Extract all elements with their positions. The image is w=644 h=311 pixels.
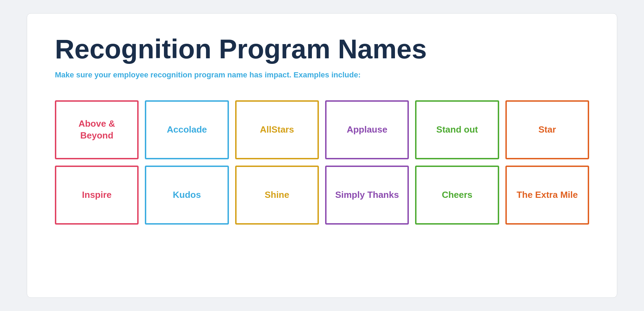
program-card-11: The Extra Mile [505, 166, 589, 225]
program-card-label-6: Inspire [82, 189, 112, 201]
program-card-label-5: Star [538, 124, 556, 136]
program-card-2: AllStars [235, 100, 319, 159]
program-card-6: Inspire [55, 166, 139, 225]
program-card-0: Above & Beyond [55, 100, 139, 159]
cards-grid: Above & BeyondAccoladeAllStarsApplauseSt… [55, 100, 589, 225]
program-card-label-0: Above & Beyond [61, 118, 132, 142]
program-card-label-8: Shine [265, 189, 289, 201]
main-card: Recognition Program Names Make sure your… [27, 13, 617, 298]
program-card-label-4: Stand out [436, 124, 478, 136]
program-card-label-7: Kudos [173, 189, 201, 201]
program-card-5: Star [505, 100, 589, 159]
program-card-8: Shine [235, 166, 319, 225]
subtitle: Make sure your employee recognition prog… [55, 70, 361, 79]
program-card-3: Applause [325, 100, 409, 159]
page-title: Recognition Program Names [55, 34, 589, 64]
program-card-1: Accolade [145, 100, 229, 159]
program-card-label-2: AllStars [260, 124, 294, 136]
program-card-4: Stand out [415, 100, 499, 159]
program-card-label-3: Applause [347, 124, 387, 136]
program-card-label-9: Simply Thanks [335, 189, 399, 201]
program-card-label-10: Cheers [442, 189, 472, 201]
program-card-7: Kudos [145, 166, 229, 225]
program-card-label-1: Accolade [167, 124, 207, 136]
program-card-10: Cheers [415, 166, 499, 225]
program-card-label-11: The Extra Mile [517, 189, 578, 201]
program-card-9: Simply Thanks [325, 166, 409, 225]
